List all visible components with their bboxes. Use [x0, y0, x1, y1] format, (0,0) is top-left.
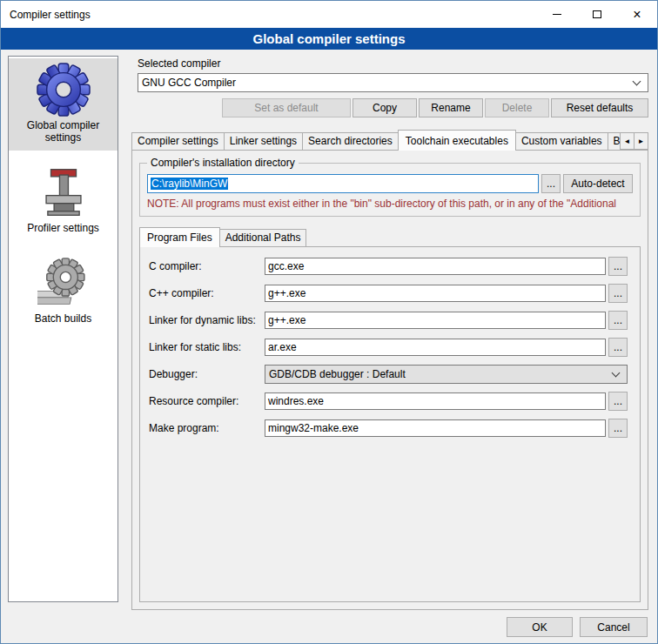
installation-directory-row: C:\raylib\MinGW ... Auto-detect	[147, 174, 633, 193]
window-title: Compiler settings	[10, 9, 91, 21]
minimize-button[interactable]	[537, 1, 577, 28]
tab-custom-variables[interactable]: Custom variables	[515, 132, 608, 150]
browse-directory-button[interactable]: ...	[541, 174, 561, 193]
cpp-compiler-input[interactable]: g++.exe	[265, 285, 606, 302]
make-program-row: Make program: mingw32-make.exe ...	[149, 419, 628, 438]
button-row-spacer	[138, 98, 220, 117]
installation-directory-group: Compiler's installation directory C:\ray…	[139, 163, 641, 217]
selected-compiler-dropdown[interactable]: GNU GCC Compiler	[138, 73, 648, 92]
c-compiler-row: C compiler: gcc.exe ...	[149, 257, 628, 276]
installation-directory-value: C:\raylib\MinGW	[151, 178, 228, 190]
toolchain-executables-page: Compiler's installation directory C:\ray…	[131, 150, 648, 610]
tab-scroll-left-button[interactable]: ◄	[620, 132, 634, 150]
installation-directory-input[interactable]: C:\raylib\MinGW	[147, 174, 539, 193]
program-tabs: Program Files Additional Paths	[139, 227, 641, 246]
main-panel: Selected compiler GNU GCC Compiler Set a…	[131, 56, 648, 610]
compiler-settings-window: Compiler settings × Global compiler sett…	[0, 0, 658, 644]
cpp-compiler-value: g++.exe	[268, 287, 306, 299]
selected-compiler-value: GNU GCC Compiler	[142, 77, 630, 89]
chevron-down-icon	[612, 369, 621, 378]
reset-defaults-button[interactable]: Reset defaults	[551, 98, 648, 117]
minimize-icon	[553, 14, 561, 15]
make-program-value: mingw32-make.exe	[268, 422, 359, 434]
static-linker-browse-button[interactable]: ...	[608, 338, 628, 357]
sidebar-item-label: Batch builds	[35, 312, 91, 325]
c-compiler-label: C compiler:	[149, 260, 262, 272]
c-compiler-input[interactable]: gcc.exe	[265, 258, 606, 275]
resource-compiler-label: Resource compiler:	[149, 395, 262, 407]
dynamic-linker-browse-button[interactable]: ...	[608, 311, 628, 330]
tabs-clip: Compiler settings Linker settings Search…	[131, 130, 648, 151]
program-files-page: C compiler: gcc.exe ... C++ compiler: g+…	[139, 246, 641, 602]
selected-compiler-label: Selected compiler	[138, 57, 648, 70]
sidebar-item-global-compiler-settings[interactable]: Global compiler settings	[9, 58, 118, 151]
static-linker-row: Linker for static libs: ar.exe ...	[149, 338, 628, 357]
blue-gear-icon	[37, 63, 91, 117]
cpp-compiler-label: C++ compiler:	[149, 287, 262, 299]
resource-compiler-input[interactable]: windres.exe	[265, 392, 606, 410]
dynamic-linker-input[interactable]: g++.exe	[265, 312, 606, 329]
tab-toolchain-executables[interactable]: Toolchain executables	[398, 130, 516, 151]
window-controls: ×	[537, 1, 657, 28]
compiler-actions: Set as default Copy Rename Delete Reset …	[138, 98, 648, 117]
dialog-header-title: Global compiler settings	[252, 31, 405, 46]
make-program-input[interactable]: mingw32-make.exe	[265, 419, 606, 437]
rename-button[interactable]: Rename	[419, 98, 483, 117]
resource-compiler-browse-button[interactable]: ...	[608, 392, 628, 411]
tab-compiler-settings[interactable]: Compiler settings	[131, 132, 225, 150]
maximize-button[interactable]	[577, 1, 617, 28]
debugger-dropdown[interactable]: GDB/CDB debugger : Default	[265, 365, 628, 384]
dynamic-linker-label: Linker for dynamic libs:	[149, 314, 262, 326]
c-compiler-browse-button[interactable]: ...	[608, 257, 628, 276]
tab-search-directories[interactable]: Search directories	[302, 132, 399, 150]
dynamic-linker-row: Linker for dynamic libs: g++.exe ...	[149, 311, 628, 330]
make-program-label: Make program:	[149, 422, 262, 434]
dynamic-linker-value: g++.exe	[268, 314, 306, 326]
tab-scroll-right-button[interactable]: ►	[634, 132, 648, 150]
settings-category-list: Global compiler settings Profiler settin…	[8, 56, 118, 602]
resource-compiler-value: windres.exe	[268, 395, 324, 407]
close-icon: ×	[633, 8, 641, 22]
c-compiler-value: gcc.exe	[268, 260, 304, 272]
copy-button[interactable]: Copy	[352, 98, 417, 117]
cpp-compiler-browse-button[interactable]: ...	[608, 284, 628, 303]
maximize-icon	[593, 10, 601, 18]
installation-directory-group-label: Compiler's installation directory	[147, 157, 299, 169]
sidebar-item-profiler-settings[interactable]: Profiler settings	[9, 161, 118, 241]
dialog-footer: OK Cancel	[507, 617, 648, 637]
static-linker-value: ar.exe	[268, 341, 297, 353]
resource-compiler-row: Resource compiler: windres.exe ...	[149, 392, 628, 411]
ok-button[interactable]: OK	[507, 617, 573, 637]
chevron-down-icon	[633, 77, 641, 86]
debugger-row: Debugger: GDB/CDB debugger : Default	[149, 365, 628, 384]
auto-detect-button[interactable]: Auto-detect	[563, 174, 633, 193]
subtab-additional-paths[interactable]: Additional Paths	[219, 229, 307, 246]
set-as-default-button[interactable]: Set as default	[222, 98, 351, 117]
debugger-label: Debugger:	[149, 368, 262, 380]
cancel-button[interactable]: Cancel	[580, 617, 648, 637]
compiler-tabs: Compiler settings Linker settings Search…	[131, 130, 648, 150]
static-linker-label: Linker for static libs:	[149, 341, 262, 353]
debugger-value: GDB/CDB debugger : Default	[269, 368, 609, 380]
cpp-compiler-row: C++ compiler: g++.exe ...	[149, 284, 628, 303]
dialog-header: Global compiler settings	[1, 28, 657, 50]
tab-scroll-controls: ◄ ►	[620, 132, 648, 150]
close-button[interactable]: ×	[617, 1, 657, 28]
installation-note: NOTE: All programs must exist either in …	[147, 197, 633, 211]
titlebar: Compiler settings ×	[1, 1, 657, 28]
sidebar-item-label: Profiler settings	[27, 222, 99, 234]
make-program-browse-button[interactable]: ...	[608, 419, 628, 438]
tab-linker-settings[interactable]: Linker settings	[224, 132, 303, 150]
subtab-program-files[interactable]: Program Files	[139, 227, 220, 247]
sidebar-item-label: Global compiler settings	[10, 119, 116, 144]
static-linker-input[interactable]: ar.exe	[265, 339, 606, 356]
arrow-left-icon: ◄	[624, 138, 631, 145]
sidebar-item-batch-builds[interactable]: Batch builds	[9, 252, 118, 332]
gray-gears-icon	[37, 256, 91, 310]
arrow-right-icon: ►	[638, 138, 645, 145]
delete-button[interactable]: Delete	[485, 98, 549, 117]
profiler-tool-icon	[37, 165, 91, 219]
